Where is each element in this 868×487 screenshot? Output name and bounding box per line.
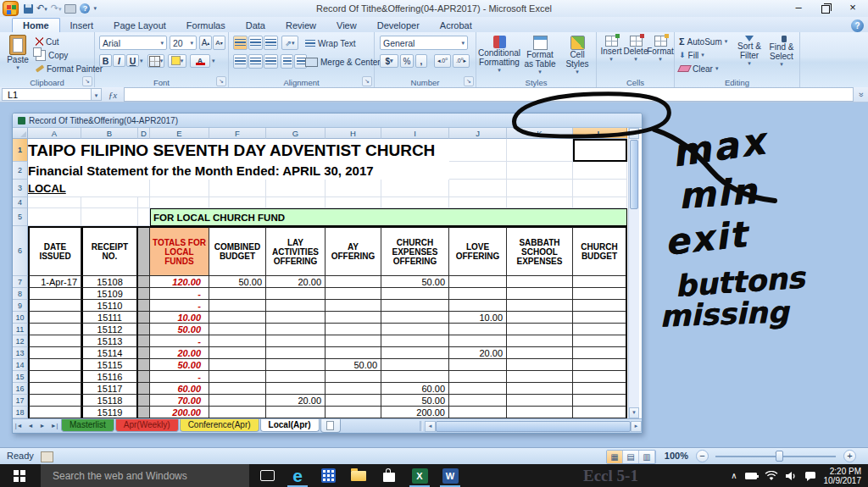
increase-decimal-button[interactable]: ◂.0⁰: [434, 54, 451, 68]
accounting-format-button[interactable]: $▾: [380, 54, 398, 68]
insert-function-button[interactable]: ƒx: [102, 90, 124, 100]
cell-B12[interactable]: 15113: [81, 335, 138, 347]
table-header-H[interactable]: AY OFFERING: [326, 226, 381, 276]
cell-D16[interactable]: [138, 383, 150, 395]
cell-A9[interactable]: [28, 300, 81, 312]
cell-K15[interactable]: [507, 371, 573, 383]
selected-cell-L1[interactable]: [573, 139, 627, 162]
cell-E11[interactable]: 50.00: [150, 324, 209, 335]
table-header-L[interactable]: CHURCH BUDGET: [573, 226, 627, 276]
cell-I16[interactable]: 60.00: [381, 383, 449, 395]
cell-D11[interactable]: [138, 324, 150, 335]
cell-J15[interactable]: [449, 371, 507, 383]
cell-F4[interactable]: [209, 197, 266, 208]
cell-F16[interactable]: [209, 383, 266, 395]
row-header-5[interactable]: 5: [13, 208, 28, 226]
fill-color-button[interactable]: ▾: [168, 54, 186, 68]
tab-review[interactable]: Review: [275, 19, 326, 33]
workbook-title-bar[interactable]: Record Of Tithe&Offering(04-APR2017): [13, 113, 642, 128]
cell-H7[interactable]: [326, 276, 381, 288]
autosum-button[interactable]: ΣAutoSum▾: [679, 35, 727, 48]
cell-H10[interactable]: [326, 312, 381, 324]
cell-K4[interactable]: [507, 197, 573, 208]
alignment-dialog-launcher[interactable]: ↘: [362, 76, 372, 86]
cell-F10[interactable]: [209, 312, 266, 324]
cell-H13[interactable]: [326, 347, 381, 359]
cell-B15[interactable]: 15116: [81, 371, 138, 383]
cell-G4[interactable]: [266, 197, 326, 208]
start-button[interactable]: [0, 464, 39, 487]
cell-B5[interactable]: [81, 208, 138, 226]
cell-B17[interactable]: 15118: [81, 395, 138, 407]
cell-I7[interactable]: 50.00: [381, 276, 449, 288]
cell-J12[interactable]: [449, 335, 507, 347]
cell-H9[interactable]: [326, 300, 381, 312]
align-left-button[interactable]: [233, 54, 248, 69]
cell-E4[interactable]: [150, 197, 209, 208]
cell-D17[interactable]: [138, 395, 150, 407]
cell-D5[interactable]: [138, 208, 150, 226]
cell-K17[interactable]: [507, 395, 573, 407]
cell-A12[interactable]: [28, 335, 81, 347]
page-break-view-icon[interactable]: ▥: [639, 451, 655, 463]
cell-A17[interactable]: [28, 395, 81, 407]
cell-L11[interactable]: [573, 324, 627, 335]
cell-G12[interactable]: [266, 335, 326, 347]
delete-cells-button[interactable]: Delete▾: [623, 35, 648, 77]
ribbon-help-icon[interactable]: ?: [851, 19, 864, 32]
align-center-button[interactable]: [248, 54, 263, 69]
number-format-select[interactable]: General▾: [380, 36, 468, 50]
vertical-scroll-track[interactable]: [629, 210, 639, 407]
cell-B7[interactable]: 15108: [81, 276, 138, 288]
cell-H8[interactable]: [326, 288, 381, 300]
table-header-A[interactable]: DATE ISSUED: [28, 226, 81, 276]
cell-G10[interactable]: [266, 312, 326, 324]
name-box-dropdown-icon[interactable]: ▾: [92, 88, 102, 101]
insert-cells-button[interactable]: Insert▾: [598, 35, 624, 77]
vertical-scroll-thumb[interactable]: [630, 140, 638, 209]
insert-worksheet-tab[interactable]: [320, 419, 341, 433]
cell-H12[interactable]: [326, 335, 381, 347]
cell-K8[interactable]: [507, 288, 573, 300]
cell-B14[interactable]: 15115: [81, 359, 138, 371]
row-header-12[interactable]: 12: [13, 335, 28, 347]
cell-B8[interactable]: 15109: [81, 288, 138, 300]
cell-A7[interactable]: 1-Apr-17: [28, 276, 81, 288]
edge-button[interactable]: e: [283, 464, 312, 487]
cell-A8[interactable]: [28, 288, 81, 300]
format-cells-button[interactable]: Format▾: [648, 35, 673, 77]
task-view-button[interactable]: [253, 464, 281, 487]
percent-style-button[interactable]: %: [400, 54, 414, 68]
table-header-D[interactable]: [138, 226, 150, 276]
cell-E3[interactable]: [150, 180, 209, 197]
column-header-E[interactable]: E: [150, 128, 209, 139]
column-header-F[interactable]: F: [209, 128, 266, 139]
cell-F14[interactable]: [209, 359, 266, 371]
column-header-K[interactable]: K: [507, 128, 573, 139]
font-family-select[interactable]: Arial▾: [99, 36, 167, 50]
cell-D10[interactable]: [138, 312, 150, 324]
align-top-button[interactable]: [233, 36, 248, 50]
cell-L8[interactable]: [573, 288, 627, 300]
cell-A10[interactable]: [28, 312, 81, 324]
horizontal-scrollbar[interactable]: ◄ ►: [420, 419, 642, 433]
cell-G11[interactable]: [266, 324, 326, 335]
row-header-17[interactable]: 17: [13, 395, 28, 407]
cell-F15[interactable]: [209, 371, 266, 383]
cut-button[interactable]: Cut: [36, 35, 103, 48]
cell-L7[interactable]: [573, 276, 627, 288]
tab-split-handle[interactable]: [420, 421, 423, 431]
cell-D8[interactable]: [138, 288, 150, 300]
font-dialog-launcher[interactable]: ↘: [216, 76, 226, 86]
cell-I11[interactable]: [381, 324, 449, 335]
wrap-text-button[interactable]: Wrap Text: [305, 36, 356, 50]
cell-J14[interactable]: [449, 359, 507, 371]
decrease-indent-button[interactable]: [281, 54, 293, 69]
row-header-18[interactable]: 18: [13, 407, 28, 418]
cell-J13[interactable]: 20.00: [449, 347, 507, 359]
vertical-scrollbar[interactable]: ▲ ▼: [628, 128, 639, 418]
cell-L14[interactable]: [573, 359, 627, 371]
cell-L16[interactable]: [573, 383, 627, 395]
bold-button[interactable]: B: [99, 54, 112, 67]
cell-D14[interactable]: [138, 359, 150, 371]
